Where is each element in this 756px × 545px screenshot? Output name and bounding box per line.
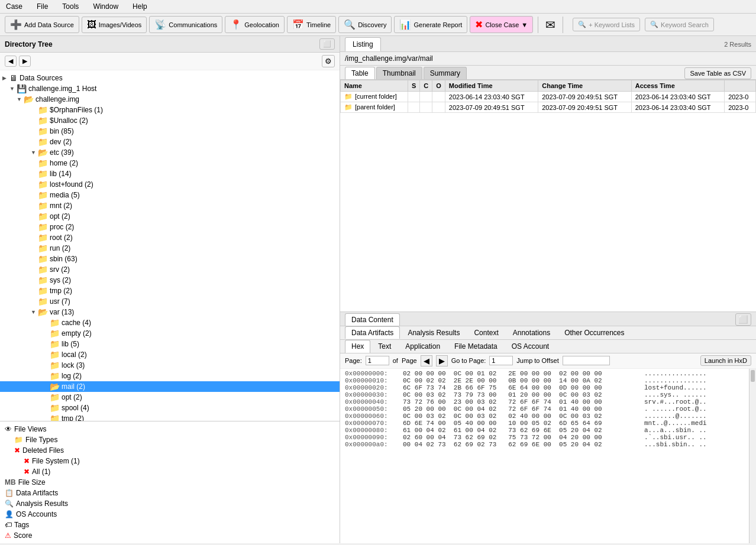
bottom-file-size[interactable]: MB File Size xyxy=(5,477,335,488)
tree-node-lib[interactable]: 📁 lib (14) xyxy=(0,168,340,179)
keyword-search-button[interactable]: 🔍 Keyword Search xyxy=(645,18,714,31)
bottom-data-artifacts[interactable]: 📋 Data Artifacts xyxy=(5,488,335,498)
dst-annotations[interactable]: Annotations xyxy=(506,326,557,339)
bottom-score[interactable]: ⚠ Score xyxy=(5,530,335,541)
tree-node-bin[interactable]: 📁 bin (85) xyxy=(0,126,340,137)
tree-label-opt2: opt (2) xyxy=(62,393,82,401)
tree-node-empty[interactable]: 📁 empty (2) xyxy=(0,328,340,339)
dst-other-occurrences[interactable]: Other Occurrences xyxy=(558,326,631,339)
tree-node-unalloc[interactable]: 📁 $Unalloc (2) xyxy=(0,115,340,126)
jump-input[interactable] xyxy=(563,356,610,365)
settings-button[interactable]: ⚙ xyxy=(322,55,335,67)
col-extra[interactable] xyxy=(725,80,756,92)
sub-tab-table[interactable]: Table xyxy=(345,67,375,79)
discovery-button[interactable]: 🔍 Discovery xyxy=(338,16,392,33)
communications-button[interactable]: 📡 Communications xyxy=(149,16,222,33)
tree-node-var[interactable]: ▼ 📂 var (13) xyxy=(0,307,340,317)
tab-data-content[interactable]: Data Content xyxy=(345,313,400,326)
sub-tab-summary[interactable]: Summary xyxy=(424,67,467,79)
tree-node-local[interactable]: 📁 local (2) xyxy=(0,349,340,360)
tree-node-lostfound[interactable]: 📁 lost+found (2) xyxy=(0,179,340,190)
tree-node-opt2[interactable]: 📁 opt (2) xyxy=(0,392,340,403)
table-row[interactable]: 📁[parent folder] 2023-07-09 20:49:51 SGT… xyxy=(341,102,756,113)
back-button[interactable]: ◀ xyxy=(5,56,17,67)
tab-listing[interactable]: Listing xyxy=(345,37,381,51)
tree-node-datasources[interactable]: ▶ 🖥 Data Sources xyxy=(0,73,340,83)
tree-node-mnt[interactable]: 📁 mnt (2) xyxy=(0,200,340,211)
tree-node-orphan[interactable]: 📁 $OrphanFiles (1) xyxy=(0,105,340,115)
tree-node-log[interactable]: 📁 log (2) xyxy=(0,371,340,381)
tree-node-usr[interactable]: 📁 usr (7) xyxy=(0,296,340,307)
dst-context[interactable]: Context xyxy=(467,326,505,339)
bottom-all[interactable]: ✖ All (1) xyxy=(5,466,335,477)
tree-node-dev[interactable]: 📁 dev (2) xyxy=(0,137,340,147)
menu-file[interactable]: File xyxy=(33,1,51,12)
hex-scrollbar[interactable] xyxy=(749,369,756,544)
col-o[interactable]: O xyxy=(432,80,445,92)
menu-help[interactable]: Help xyxy=(129,1,151,12)
bottom-filesystem[interactable]: ✖ File System (1) xyxy=(5,456,335,466)
add-data-source-button[interactable]: ➕ Add Data Source xyxy=(5,16,79,33)
bottom-deleted-files[interactable]: ✖ Deleted Files xyxy=(5,445,335,456)
col-access[interactable]: Access Time xyxy=(631,80,724,92)
timeline-button[interactable]: 📅 Timeline xyxy=(287,16,336,33)
tree-node-opt[interactable]: 📁 opt (2) xyxy=(0,211,340,222)
menu-tools[interactable]: Tools xyxy=(59,1,82,12)
launch-hxd-button[interactable]: Launch in HxD xyxy=(700,355,751,366)
tree-node-home[interactable]: 📁 home (2) xyxy=(0,158,340,168)
tree-node-run[interactable]: 📁 run (2) xyxy=(0,243,340,254)
sub-tab-thumbnail[interactable]: Thumbnail xyxy=(376,67,422,79)
dst-analysis-results[interactable]: Analysis Results xyxy=(401,326,466,339)
viewer-tab-os-account[interactable]: OS Account xyxy=(505,340,555,353)
bottom-os-accounts[interactable]: 👤 OS Accounts xyxy=(5,509,335,520)
tree-node-tmp[interactable]: 📁 tmp (2) xyxy=(0,286,340,296)
tree-node-lib2[interactable]: 📁 lib (5) xyxy=(0,339,340,349)
data-content-expand-button[interactable]: ⬜ xyxy=(735,313,751,326)
viewer-tab-hex[interactable]: Hex xyxy=(345,340,370,353)
tree-node-tmp2[interactable]: 📁 tmp (2) xyxy=(0,413,340,421)
generate-report-button[interactable]: 📊 Generate Report xyxy=(394,16,467,33)
col-name[interactable]: Name xyxy=(341,80,408,92)
col-changed[interactable]: Change Time xyxy=(538,80,631,92)
tree-node-etc[interactable]: ▼ 📂 etc (39) xyxy=(0,147,340,158)
viewer-tab-text[interactable]: Text xyxy=(371,340,398,353)
goto-input[interactable] xyxy=(489,356,513,365)
table-row[interactable]: 📁[current folder] 2023-06-14 23:03:40 SG… xyxy=(341,92,756,102)
col-c[interactable]: C xyxy=(420,80,432,92)
tree-node-root[interactable]: 📁 root (2) xyxy=(0,232,340,243)
dst-data-artifacts[interactable]: Data Artifacts xyxy=(345,326,400,339)
tree-node-srv[interactable]: 📁 srv (2) xyxy=(0,264,340,275)
close-case-button[interactable]: ✖ Close Case ▼ xyxy=(470,16,533,33)
bottom-file-views[interactable]: 👁 File Views xyxy=(5,424,335,434)
tree-node-proc[interactable]: 📁 proc (2) xyxy=(0,222,340,232)
save-csv-button[interactable]: Save Table as CSV xyxy=(684,67,751,79)
bottom-tags[interactable]: 🏷 Tags xyxy=(5,520,335,530)
hex-scroll-thumb[interactable] xyxy=(751,370,755,382)
next-page-button[interactable]: ▶ xyxy=(436,355,448,366)
menu-case[interactable]: Case xyxy=(2,1,26,12)
forward-button[interactable]: ▶ xyxy=(19,56,31,67)
maximize-button[interactable]: ⬜ xyxy=(319,38,335,50)
col-s[interactable]: S xyxy=(408,80,419,92)
tree-node-cache[interactable]: 📁 cache (4) xyxy=(0,317,340,328)
page-input[interactable] xyxy=(366,356,389,365)
tree-node-image[interactable]: ▼ 📂 challenge.img xyxy=(0,94,340,105)
tree-node-mail[interactable]: 📂 mail (2) xyxy=(0,381,340,392)
tree-node-spool[interactable]: 📁 spool (4) xyxy=(0,403,340,413)
tree-node-host[interactable]: ▼ 💾 challenge.img_1 Host xyxy=(0,83,340,94)
images-videos-button[interactable]: 🖼 Images/Videos xyxy=(82,17,147,33)
tree-node-sbin[interactable]: 📁 sbin (63) xyxy=(0,254,340,264)
col-modified[interactable]: Modified Time xyxy=(445,80,538,92)
prev-page-button[interactable]: ◀ xyxy=(421,355,432,366)
viewer-tab-file-metadata[interactable]: File Metadata xyxy=(448,340,504,353)
bottom-analysis-results[interactable]: 🔍 Analysis Results xyxy=(5,498,335,509)
keyword-lists-button[interactable]: 🔍 + Keyword Lists xyxy=(573,18,640,31)
tree-node-media[interactable]: 📁 media (5) xyxy=(0,190,340,200)
folder-icon26: 📁 xyxy=(50,371,60,381)
bottom-file-types[interactable]: 📁 File Types xyxy=(5,434,335,445)
menu-window[interactable]: Window xyxy=(89,1,122,12)
tree-node-lock[interactable]: 📁 lock (3) xyxy=(0,360,340,371)
geolocation-button[interactable]: 📍 Geolocation xyxy=(225,16,285,33)
tree-node-sys[interactable]: 📁 sys (2) xyxy=(0,275,340,286)
viewer-tab-application[interactable]: Application xyxy=(399,340,447,353)
